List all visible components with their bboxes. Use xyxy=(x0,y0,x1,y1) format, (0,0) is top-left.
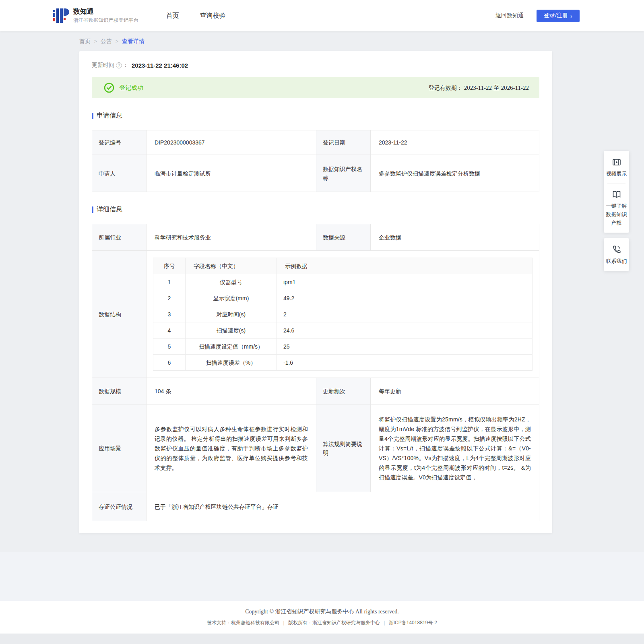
footer: Copyright © 浙江省知识产权研究与服务中心 All rights re… xyxy=(0,601,644,634)
header-right: 返回数知通 登录/注册 › xyxy=(495,10,580,22)
breadcrumb-announcement[interactable]: 公告 xyxy=(101,38,112,45)
tech-support: 技术支持：杭州趣链科技有限公司 xyxy=(207,620,279,625)
structure-row: 4 扫描速度(s) 24.6 xyxy=(153,322,533,339)
logo[interactable]: 数知通 浙江省数据知识产权登记平台 xyxy=(52,7,139,24)
cell-field: 仪器型号 xyxy=(186,274,277,290)
cell-sample: 49.2 xyxy=(277,290,533,306)
footer-spacer xyxy=(0,533,644,552)
reg-no-label: 登记编号 xyxy=(92,130,147,155)
section-apply-title: 申请信息 xyxy=(97,111,122,120)
login-register-label: 登录/注册 xyxy=(544,12,568,19)
cell-field: 扫描速度(s) xyxy=(186,322,277,339)
top-nav: 首页 查询校验 xyxy=(166,12,226,20)
col-header-sample: 示例数据 xyxy=(277,258,533,274)
table-row: 申请人 临海市计量检定测试所 数据知识产权名称 多参数监护仪扫描速度误差检定分析… xyxy=(92,155,539,192)
algorithm-rule-label: 算法规则简要说明 xyxy=(316,405,371,492)
application-scene-value: 多参数监护仪可以对病人多种生命体征参数进行实时检测和记录的仪器。 检定分析得出的… xyxy=(147,405,316,492)
table-row: 存证公证情况 已于「浙江省知识产权区块链公共存证平台」存证 xyxy=(92,492,539,521)
guide-item[interactable]: 一键了解数据知识产权 xyxy=(606,190,627,227)
top-header: 数知通 浙江省数据知识产权登记平台 首页 查询校验 返回数知通 登录/注册 › xyxy=(0,0,644,31)
video-showcase-label: 视频展示 xyxy=(606,171,627,177)
logo-subtitle: 浙江省数据知识产权登记平台 xyxy=(73,17,139,24)
video-icon xyxy=(606,157,627,167)
data-source-value: 企业数据 xyxy=(371,224,539,251)
status-text: 登记成功 xyxy=(119,84,143,92)
footer-band xyxy=(0,552,644,601)
cell-field: 对应时间(s) xyxy=(186,306,277,322)
structure-row: 6 扫描速度误差（%） -1.6 xyxy=(153,355,533,371)
section-detail-title: 详细信息 xyxy=(97,205,122,214)
application-scene-label: 应用场景 xyxy=(92,405,147,492)
dip-name-value: 多参数监护仪扫描速度误差检定分析数据 xyxy=(371,155,539,192)
evidence-value: 已于「浙江省知识产权区块链公共存证平台」存证 xyxy=(147,492,539,521)
reg-date-value: 2023-11-22 xyxy=(371,130,539,155)
table-row: 登记编号 DIP2023000003367 登记日期 2023-11-22 xyxy=(92,130,539,155)
login-register-button[interactable]: 登录/注册 › xyxy=(537,10,580,22)
registration-success-banner: 登记成功 登记有效期： 2023-11-22 至 2026-11-22 xyxy=(92,77,539,98)
industry-label: 所属行业 xyxy=(92,224,147,251)
evidence-label: 存证公证情况 xyxy=(92,492,147,521)
chevron-right-icon: › xyxy=(570,13,572,19)
structure-row: 5 扫描速度设定值（mm/s） 25 xyxy=(153,339,533,355)
section-apply-info: 申请信息 xyxy=(92,111,539,120)
structure-row: 1 仪器型号 ipm1 xyxy=(153,274,533,290)
cell-no: 5 xyxy=(153,339,186,355)
table-row: 所属行业 科学研究和技术服务业 数据来源 企业数据 xyxy=(92,224,539,251)
structure-row: 2 显示宽度(mm) 49.2 xyxy=(153,290,533,306)
help-icon[interactable]: ? xyxy=(116,62,122,68)
data-scale-label: 数据规模 xyxy=(92,378,147,405)
contact-us-label: 联系我们 xyxy=(606,258,627,264)
data-structure-table: 序号 字段名称（中文） 示例数据 1 仪器型号 ipm1 xyxy=(153,258,533,371)
section-detail-info: 详细信息 xyxy=(92,205,539,214)
breadcrumb-home[interactable]: 首页 xyxy=(79,38,91,45)
cell-no: 1 xyxy=(153,274,186,290)
reg-no-value: DIP2023000003367 xyxy=(147,130,316,155)
update-frequency-label: 更新频次 xyxy=(316,378,371,405)
cell-field: 扫描速度设定值（mm/s） xyxy=(186,339,277,355)
cell-sample: 25 xyxy=(277,339,533,355)
table-row: 数据结构 序号 字段名称（中文） 示例数据 xyxy=(92,251,539,378)
validity-period: 登记有效期： 2023-11-22 至 2026-11-22 xyxy=(429,84,529,92)
contact-us-item[interactable]: 联系我们 xyxy=(606,245,627,265)
structure-header-row: 序号 字段名称（中文） 示例数据 xyxy=(153,258,533,274)
reg-date-label: 登记日期 xyxy=(316,130,371,155)
divider xyxy=(607,184,625,184)
dip-name-label: 数据知识产权名称 xyxy=(316,155,371,192)
data-source-label: 数据来源 xyxy=(316,224,371,251)
breadcrumb: 首页 > 公告 > 查看详情 xyxy=(79,38,644,45)
update-time-label: 更新时间 xyxy=(92,62,114,69)
side-widget-contact: 联系我们 xyxy=(604,238,629,271)
cell-no: 6 xyxy=(153,355,186,371)
table-row: 数据规模 104 条 更新频次 每年更新 xyxy=(92,378,539,405)
nav-query-verify[interactable]: 查询校验 xyxy=(200,12,226,20)
page: 数知通 浙江省数据知识产权登记平台 首页 查询校验 返回数知通 登录/注册 › … xyxy=(0,0,644,644)
applicant-value: 临海市计量检定测试所 xyxy=(147,155,316,192)
col-header-no: 序号 xyxy=(153,258,186,274)
detail-card: 更新时间 ? ： 2023-11-22 21:46:02 登记成功 登记有效期：… xyxy=(79,51,552,533)
data-structure-label: 数据结构 xyxy=(92,251,147,378)
algorithm-rule-value: 将监护仪扫描速度设置为25mm/s，模拟仪输出频率为2HZ，幅度为1mVde 标… xyxy=(371,405,539,492)
breadcrumb-current: 查看详情 xyxy=(122,38,144,45)
book-icon xyxy=(606,190,627,199)
cell-no: 2 xyxy=(153,290,186,306)
logo-title: 数知通 xyxy=(73,8,139,16)
update-time-row: 更新时间 ? ： 2023-11-22 21:46:02 xyxy=(92,62,539,69)
back-to-shuzhitong-link[interactable]: 返回数知通 xyxy=(495,12,524,19)
apply-info-table: 登记编号 DIP2023000003367 登记日期 2023-11-22 申请… xyxy=(92,130,539,192)
cell-no: 4 xyxy=(153,322,186,339)
section-accent-bar xyxy=(92,113,93,119)
success-check-icon xyxy=(104,83,114,93)
cell-sample: ipm1 xyxy=(277,274,533,290)
col-header-field: 字段名称（中文） xyxy=(186,258,277,274)
video-showcase-item[interactable]: 视频展示 xyxy=(606,157,627,178)
data-structure-wrap: 序号 字段名称（中文） 示例数据 1 仪器型号 ipm1 xyxy=(147,251,539,378)
validity-label: 登记有效期： xyxy=(429,85,462,91)
guide-label: 一键了解数据知识产权 xyxy=(606,203,627,226)
update-time-value: 2023-11-22 21:46:02 xyxy=(132,62,188,69)
breadcrumb-separator: > xyxy=(94,39,97,44)
logo-text: 数知通 浙江省数据知识产权登记平台 xyxy=(73,8,139,24)
update-time-colon: ： xyxy=(123,62,128,69)
icp-number: 浙ICP备14018819号-2 xyxy=(389,620,437,625)
cell-sample: -1.6 xyxy=(277,355,533,371)
nav-home[interactable]: 首页 xyxy=(166,12,179,20)
